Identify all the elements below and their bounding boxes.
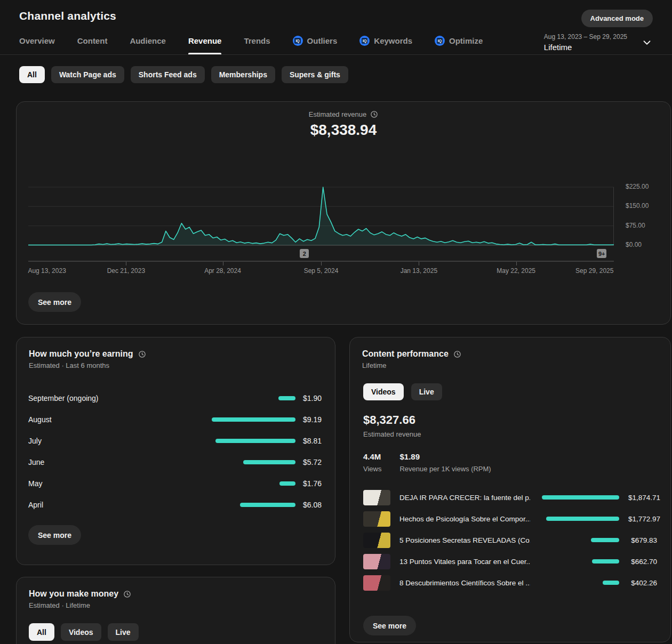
see-more-button[interactable]: See more [363,616,416,635]
video-row[interactable]: 13 Puntos Vitales para Tocar en el Cuer.… [363,551,657,572]
earning-month-label: May [28,479,199,488]
tab-content[interactable]: Content [77,27,108,54]
date-range-selector[interactable]: Aug 13, 2023 – Sep 29, 2025 Lifetime [544,33,653,52]
scrubber-tick [223,262,223,265]
tab-audience[interactable]: Audience [130,27,166,54]
tab-outliers[interactable]: IQ Outliers [293,27,338,54]
tab-label: Revenue [188,36,222,45]
video-revenue-bar [592,559,619,564]
earning-value: $6.08 [300,501,323,509]
clock-icon[interactable] [138,350,146,358]
rpm-value: $1.89 [399,452,491,461]
earning-row: September (ongoing) $1.90 [28,388,323,409]
filter-chip[interactable]: Memberships [211,66,275,83]
video-revenue-value: $662.70 [628,558,657,566]
performance-revenue-value: $8,327.66 [363,413,657,427]
scrubber-tick [321,262,322,265]
earning-bar [278,396,295,400]
video-row[interactable]: 5 Posiciones Secretas REVELADAS (Co... $… [363,529,657,551]
filter-chip[interactable]: Supers & gifts [282,66,348,83]
x-axis-tick-label: May 22, 2025 [497,267,535,275]
estimated-revenue-card: Estimated revenue $8,338.94 $225.00$150.… [16,101,671,325]
video-revenue-value: $679.83 [628,536,657,544]
chip-label: All [27,70,37,79]
filter-chip[interactable]: Videos [61,623,101,641]
money-filter-chips: AllVideosLive [17,609,335,641]
tab-trends[interactable]: Trends [244,27,270,54]
filter-chip[interactable]: Watch Page ads [51,66,124,83]
chip-label: Videos [69,628,93,637]
see-more-button[interactable]: See more [28,525,81,545]
toggle-videos[interactable]: Videos [363,383,404,400]
timeline-scrubber[interactable] [28,261,614,262]
earning-bar [243,460,295,464]
video-thumbnail [363,554,390,569]
chip-label: Supers & gifts [290,70,340,79]
chart-event-badge[interactable]: 2 [300,249,309,258]
videos-live-toggle: VideosLive [350,369,670,400]
see-more-button[interactable]: See more [28,292,81,312]
iq-icon: IQ [359,36,370,46]
date-preset-text: Lifetime [544,43,627,52]
earning-month-label: June [28,458,199,466]
filter-chip[interactable]: Shorts Feed ads [131,66,205,83]
rpm-label: Revenue per 1K views (RPM) [399,465,491,473]
chip-label: All [37,628,46,637]
video-row[interactable]: 8 Descubrimientos Científicos Sobre el .… [363,572,657,593]
performance-revenue-label: Estimated revenue [363,430,657,438]
clock-icon[interactable] [123,590,131,598]
clock-icon[interactable] [370,110,378,118]
earning-month-label: July [28,437,199,445]
chip-label: Live [116,628,131,637]
page-header: Channel analytics Advanced mode [0,0,672,27]
card-subtitle: Estimated · Last 6 months [17,359,335,369]
filter-chip[interactable]: All [19,66,45,83]
earning-value: $1.76 [300,479,323,488]
earning-row: May $1.76 [28,473,323,494]
chip-label: Shorts Feed ads [139,70,197,79]
tab-label: Content [77,36,108,45]
chart-event-badge[interactable]: 9+ [597,249,607,258]
top-videos-list: DEJA IR PARA CRECER: la fuente del p... … [350,473,670,593]
video-thumbnail [363,490,390,505]
clock-icon[interactable] [453,350,461,358]
video-row[interactable]: DEJA IR PARA CRECER: la fuente del p... … [363,487,657,508]
video-title: 5 Posiciones Secretas REVELADAS (Co... [399,536,530,544]
earning-row: July $8.81 [28,430,323,452]
filter-chip[interactable]: Live [108,623,139,641]
earning-value: $9.19 [300,415,323,424]
video-revenue-value: $402.26 [628,579,657,587]
tab-label: Trends [244,36,270,45]
filter-chip[interactable]: All [29,623,54,641]
iq-icon: IQ [293,36,303,46]
scrubber-tick [126,262,126,265]
line-chart-plot[interactable] [28,186,614,246]
video-revenue-bar [542,495,619,500]
video-thumbnail [363,511,390,527]
y-axis-tick-label: $150.00 [626,202,649,210]
earning-bar [279,481,295,486]
tab-label: Keywords [374,36,412,45]
video-title: DEJA IR PARA CRECER: la fuente del p... [399,494,530,502]
tab-overview[interactable]: Overview [19,27,55,54]
channel-analytics-page: { "page": { "title": "Channel analytics"… [0,0,672,644]
tab-revenue[interactable]: Revenue [188,27,222,54]
earning-month-label: August [28,415,199,424]
x-axis-tick-label: Aug 13, 2023 [28,267,66,275]
video-revenue-value: $1,874.71 [628,494,660,502]
video-thumbnail [363,533,390,548]
x-axis-tick-label: Apr 28, 2024 [204,267,241,275]
tab-optimize[interactable]: IQ Optimize [435,27,483,54]
tab-keywords[interactable]: IQ Keywords [359,27,412,54]
advanced-mode-button[interactable]: Advanced mode [581,10,653,27]
video-row[interactable]: Hechos de Psicología Sobre el Compor... … [363,508,657,529]
video-revenue-bar [591,538,619,542]
chip-label: Watch Page ads [59,70,116,79]
earning-month-label: April [28,501,199,509]
monthly-earnings-list: September (ongoing) $1.90 August $9.19 J… [28,388,323,516]
chevron-down-icon[interactable] [641,37,653,49]
x-axis-tick-label: Jan 13, 2025 [401,267,437,275]
scrubber-tick [516,262,517,265]
toggle-live[interactable]: Live [411,383,442,400]
chip-label: Memberships [219,70,267,79]
